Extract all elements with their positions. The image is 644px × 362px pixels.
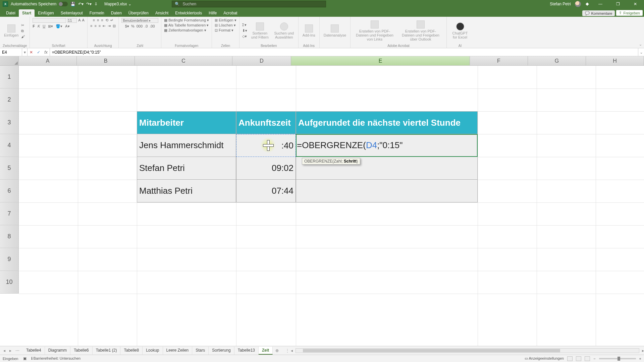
cell-name-row4[interactable]: Jens Hammerschmidt: [137, 134, 236, 157]
insert-cells-button[interactable]: ⊞ Einfügen ▾: [215, 18, 236, 22]
format-painter-icon[interactable]: 🖌: [21, 35, 25, 39]
cell-e4-formula[interactable]: =OBERGRENZE(D4;"0:15": [296, 134, 478, 157]
dec-decimal-icon[interactable]: .00: [150, 24, 155, 28]
table-header-d[interactable]: Ankunftszeit: [236, 111, 296, 134]
row-header-8[interactable]: 8: [0, 225, 19, 248]
cell-time-row4[interactable]: :40: [236, 134, 296, 157]
cut-icon[interactable]: ✂: [21, 23, 25, 27]
decrease-font-icon[interactable]: A: [82, 18, 85, 23]
border-icon[interactable]: ⊞▾: [48, 24, 53, 28]
row-header-2[interactable]: 2: [0, 88, 19, 111]
column-header-e[interactable]: E: [291, 56, 470, 66]
column-header-b[interactable]: B: [77, 56, 135, 66]
sheet-tab-tabelle4[interactable]: Tabelle4: [23, 347, 45, 355]
row-header-9[interactable]: 9: [0, 248, 19, 271]
sheet-tab-lookup[interactable]: Lookup: [143, 347, 163, 355]
name-box-dropdown[interactable]: ▾: [22, 48, 28, 56]
view-normal-icon[interactable]: [567, 356, 573, 361]
percent-icon[interactable]: %: [131, 24, 135, 28]
tab-ansicht[interactable]: Ansicht: [152, 9, 172, 17]
cells-area[interactable]: MitarbeiterAnkunftszeitAufgerundet die n…: [19, 66, 644, 346]
cell-styles-button[interactable]: ▦ Zellenformatvorlagen ▾: [164, 28, 206, 33]
tab-einfuegen[interactable]: Einfügen: [35, 9, 57, 17]
formula-expand-icon[interactable]: ⌄: [638, 48, 644, 56]
hscroll-right-icon[interactable]: ▸: [642, 348, 644, 353]
row-header-1[interactable]: 1: [0, 66, 19, 88]
search-box[interactable]: 🔍 Suchen: [172, 1, 326, 7]
italic-icon[interactable]: K: [38, 24, 40, 28]
table-header-c[interactable]: Mitarbeiter: [137, 111, 236, 134]
kommentare-button[interactable]: 💬 Kommentare: [582, 10, 615, 16]
ribbon-collapse-icon[interactable]: ⌄: [639, 42, 642, 47]
tab-hilfe[interactable]: Hilfe: [205, 9, 220, 17]
increase-font-icon[interactable]: A: [78, 18, 80, 23]
cell-time-row5[interactable]: 09:02: [236, 157, 296, 180]
column-header-d[interactable]: D: [232, 56, 291, 66]
sheet-tab-zeit[interactable]: Zeit: [259, 347, 273, 355]
bold-icon[interactable]: F: [33, 24, 35, 28]
maximize-button[interactable]: ❐: [611, 0, 625, 8]
font-family-dropdown[interactable]: [33, 18, 66, 23]
orientation-icon[interactable]: ⟲: [105, 18, 108, 22]
align-center-icon[interactable]: ≡: [94, 24, 96, 28]
tab-daten[interactable]: Daten: [108, 9, 125, 17]
row-header-6[interactable]: 6: [0, 180, 19, 202]
indent-inc-icon[interactable]: ⇥: [108, 24, 111, 28]
align-right-icon[interactable]: ≡: [99, 24, 101, 28]
adobe-create-outlook-button[interactable]: Erstellen von PDF-Dateien und Freigeben …: [397, 20, 444, 42]
fx-icon[interactable]: fx: [42, 50, 50, 55]
redo-icon[interactable]: ↷▾: [86, 2, 92, 6]
chatgpt-button[interactable]: ChatGPT for Excel: [449, 22, 471, 40]
freigeben-button[interactable]: ⇪ Freigeben: [616, 10, 643, 16]
column-header-h[interactable]: H: [586, 56, 644, 66]
tab-seitenlayout[interactable]: Seitenlayout: [57, 9, 86, 17]
conditional-formatting-button[interactable]: ▦ Bedingte Formatierung ▾: [164, 18, 209, 22]
name-box[interactable]: E4: [0, 48, 22, 56]
formula-input[interactable]: =OBERGRENZE(D4;"0:15": [50, 48, 638, 56]
user-name[interactable]: Stefan Petri: [550, 2, 571, 6]
wrap-icon[interactable]: ↵: [110, 18, 113, 22]
select-all-corner[interactable]: [0, 56, 19, 66]
macro-record-icon[interactable]: ▣: [23, 356, 26, 361]
merge-icon[interactable]: ⊟: [113, 24, 116, 28]
filename[interactable]: Mappe3.xlsx ⌄: [104, 2, 131, 6]
view-page-break-icon[interactable]: [585, 356, 590, 361]
sheet-tab-leere-zeilen[interactable]: Leere Zeilen: [163, 347, 193, 355]
horizontal-scrollbar[interactable]: [296, 348, 639, 353]
sheet-tab-tabelle13[interactable]: Tabelle13: [234, 347, 259, 355]
diamond-icon[interactable]: ⯁: [585, 1, 590, 7]
sheet-tab-sortierung[interactable]: Sortierung: [209, 347, 234, 355]
inc-decimal-icon[interactable]: .0: [145, 24, 148, 28]
column-header-g[interactable]: G: [528, 56, 586, 66]
tab-datei[interactable]: Datei: [3, 9, 19, 17]
align-top-icon[interactable]: ≡: [93, 18, 95, 22]
column-header-c[interactable]: C: [135, 56, 232, 66]
copy-icon[interactable]: ⧉: [21, 29, 25, 33]
currency-icon[interactable]: $▾: [125, 24, 129, 28]
tab-formeln[interactable]: Formeln: [86, 9, 108, 17]
autosave-toggle[interactable]: Automatisches Speichern: [11, 2, 68, 6]
accessibility-status[interactable]: ℹ Barrierefreiheit: Untersuchen: [31, 356, 81, 361]
sheet-tab-tabelle6[interactable]: Tabelle6: [70, 347, 93, 355]
tab-entwicklertools[interactable]: Entwicklertools: [172, 9, 205, 17]
thousands-icon[interactable]: 000: [137, 24, 143, 28]
row-header-7[interactable]: 7: [0, 202, 19, 225]
cell-name-row6[interactable]: Matthias Petri: [137, 180, 236, 202]
align-left-icon[interactable]: ≡: [90, 24, 92, 28]
display-settings-button[interactable]: ▭ Anzeigeeinstellungen: [525, 356, 564, 361]
format-as-table-button[interactable]: ▦ Als Tabelle formatieren ▾: [164, 23, 209, 27]
zoom-in-icon[interactable]: +: [639, 357, 641, 361]
tab-acrobat[interactable]: Acrobat: [220, 9, 240, 17]
font-color-icon[interactable]: A▾: [65, 24, 69, 28]
spreadsheet-grid[interactable]: ABCDEFGH 12345678910 MitarbeiterAnkunfts…: [0, 56, 644, 346]
hscroll-left-icon[interactable]: ◂: [291, 348, 293, 353]
addins-button[interactable]: Add-Ins: [301, 24, 317, 38]
sheet-tab-tabelle1-2-[interactable]: Tabelle1 (2): [93, 347, 121, 355]
cell-name-row5[interactable]: Stefan Petri: [137, 157, 236, 180]
row-header-4[interactable]: 4: [0, 134, 19, 157]
sheet-tab-tabelle8[interactable]: Tabelle8: [120, 347, 143, 355]
sheet-tab-diagramm[interactable]: Diagramm: [45, 347, 70, 355]
datenanalyse-button[interactable]: Datenanalyse: [322, 24, 347, 38]
number-format-dropdown[interactable]: Benutzerdefiniert: [121, 18, 158, 23]
column-header-a[interactable]: A: [19, 56, 77, 66]
